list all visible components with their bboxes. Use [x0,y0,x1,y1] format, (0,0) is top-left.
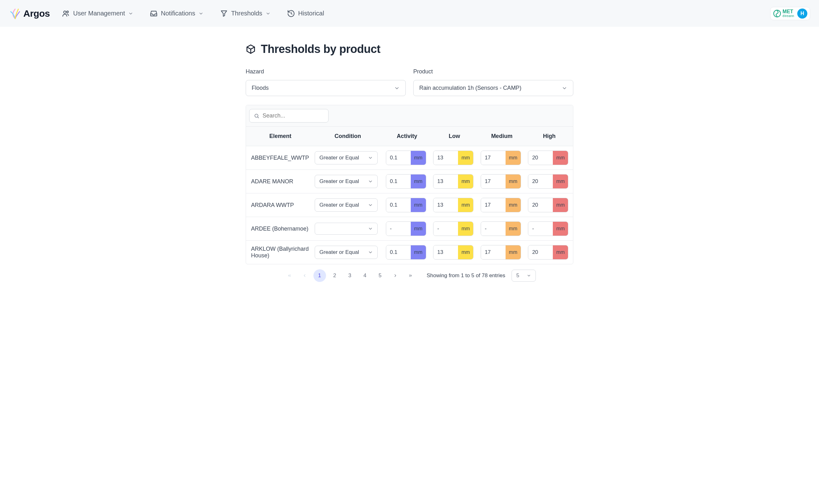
condition-select[interactable]: Greater or Equal [315,198,378,212]
nav-thresholds[interactable]: Thresholds [220,9,271,18]
value-input[interactable]: -mm [528,221,568,236]
nav-historical[interactable]: Historical [287,9,324,18]
value-text: - [481,222,506,236]
pagination-status: Showing from 1 to 5 of 78 entries [427,272,505,279]
unit-label: mm [411,198,426,212]
value-input[interactable]: 13mm [433,245,473,260]
unit-label: mm [506,151,521,165]
chevron-left-icon [302,273,307,278]
value-text: - [528,222,553,236]
svg-point-3 [255,114,258,117]
value-text: 13 [433,151,458,165]
unit-label: mm [553,198,568,212]
value-input[interactable]: 0.1mm [386,245,426,260]
page-number[interactable]: 5 [374,269,387,282]
condition-select[interactable]: Greater or Equal [315,175,378,188]
page-title: Thresholds by product [261,43,381,56]
page-number[interactable]: 1 [313,269,326,282]
element-cell: ARKLOW (Ballyrichard House) [246,241,312,264]
value-input[interactable]: 0.1mm [386,174,426,189]
value-input[interactable]: 20mm [528,245,568,260]
value-text: 0.1 [386,175,411,188]
value-text: - [386,222,411,236]
brand-name: Argos [23,8,50,19]
chevrons-left-icon [287,273,292,278]
value-input[interactable]: 17mm [481,151,521,165]
brand[interactable]: Argos [9,7,50,20]
page-number[interactable]: 3 [344,269,356,282]
filter-icon [220,9,228,18]
unit-label: mm [458,175,473,188]
element-cell: ARDARA WWTP [246,193,312,217]
unit-label: mm [458,151,473,165]
unit-label: mm [411,245,426,259]
page-last[interactable] [404,269,417,282]
page-number[interactable]: 4 [359,269,371,282]
chevron-down-icon [527,273,531,278]
search-box[interactable] [249,109,329,123]
thresholds-table: Element Condition Activity Low Medium Hi… [246,126,573,264]
table-wrap: Element Condition Activity Low Medium Hi… [246,105,573,264]
unit-label: mm [458,198,473,212]
chevron-down-icon [368,203,373,208]
value-text: 17 [481,198,506,212]
nav-notifications[interactable]: Notifications [150,9,203,18]
value-input[interactable]: 17mm [481,245,521,260]
page-prev[interactable] [298,269,311,282]
nav-user-management[interactable]: User Management [62,9,133,18]
unit-label: mm [411,222,426,236]
chevron-down-icon [198,11,203,16]
condition-select[interactable] [315,223,378,235]
value-input[interactable]: 13mm [433,151,473,165]
search-input[interactable] [263,112,324,119]
unit-label: mm [506,198,521,212]
value-input[interactable]: 20mm [528,198,568,212]
value-input[interactable]: -mm [386,221,426,236]
condition-select[interactable]: Greater or Equal [315,151,378,164]
table-row: ARDEE (Bohernamoe)-mm-mm-mm-mm [246,217,573,241]
product-select[interactable]: Rain accumulation 1h (Sensors - CAMP) [413,80,573,96]
value-input[interactable]: 17mm [481,198,521,212]
condition-select[interactable]: Greater or Equal [315,246,378,259]
value-input[interactable]: 17mm [481,174,521,189]
topbar: Argos User Management Notifications Thre… [0,0,819,27]
topbar-right[interactable]: MET éireann H [770,7,810,20]
hazard-select[interactable]: Floods [246,80,406,96]
value-input[interactable]: 0.1mm [386,151,426,165]
svg-point-0 [64,11,66,13]
value-input[interactable]: 20mm [528,174,568,189]
product-label: Product [413,68,573,75]
value-input[interactable]: 13mm [433,198,473,212]
value-input[interactable]: 13mm [433,174,473,189]
unit-label: mm [553,175,568,188]
col-medium: Medium [478,127,526,146]
avatar[interactable]: H [797,9,807,19]
element-cell: ADARE MANOR [246,170,312,193]
unit-label: mm [506,245,521,259]
value-input[interactable]: -mm [433,221,473,236]
history-icon [287,9,295,18]
chevron-down-icon [368,179,373,184]
chevron-down-icon [128,11,133,16]
unit-label: mm [553,245,568,259]
value-input[interactable]: 0.1mm [386,198,426,212]
nav-label: Thresholds [231,10,262,17]
unit-label: mm [458,245,473,259]
value-input[interactable]: 20mm [528,151,568,165]
table-row: ARDARA WWTPGreater or Equal0.1mm13mm17mm… [246,193,573,217]
page-next[interactable] [389,269,402,282]
cube-icon [246,44,256,54]
value-text: 17 [481,151,506,165]
chevron-down-icon [562,85,567,91]
table-row: ARKLOW (Ballyrichard House)Greater or Eq… [246,241,573,264]
col-activity: Activity [383,127,431,146]
page-first[interactable] [283,269,296,282]
value-text: 0.1 [386,245,411,259]
page-size-select[interactable]: 5 [512,270,536,282]
page-number[interactable]: 2 [329,269,341,282]
nav-label: User Management [73,10,125,17]
chevron-down-icon [368,155,373,160]
value-input[interactable]: -mm [481,221,521,236]
unit-label: mm [458,222,473,236]
value-text: 20 [528,151,553,165]
